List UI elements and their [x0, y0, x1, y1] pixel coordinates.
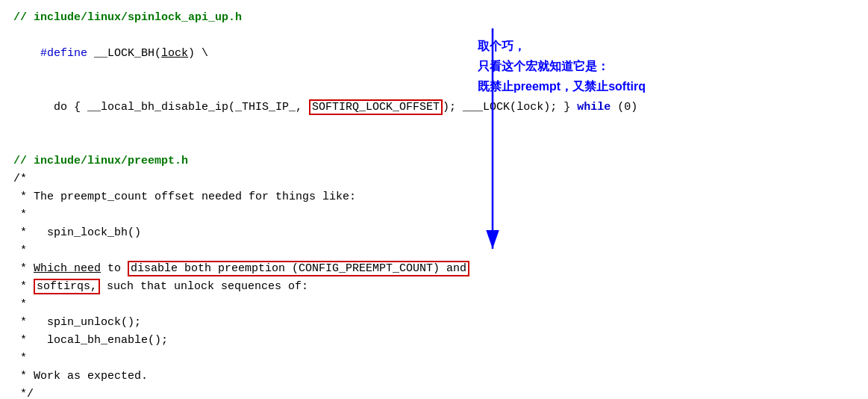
comment-11: * Work as expected. [13, 368, 855, 386]
comment-7: * [13, 296, 855, 314]
softirqs-highlight: softirqs, [34, 279, 100, 294]
comment-close: */ [13, 386, 855, 399]
blank1 [13, 134, 855, 152]
comment-open: /* [13, 170, 855, 188]
header2-line: // include/linux/preempt.h [13, 152, 855, 170]
define-rest: ) \ [188, 47, 208, 60]
comment-9: * local_bh_enable(); [13, 332, 855, 350]
comment-6: * softirqs, such that unlock sequences o… [13, 278, 855, 296]
do-end: ); ___LOCK(lock); } [443, 101, 577, 114]
annotation-box: 取个巧， 只看这个宏就知道它是： 既禁止preempt，又禁止softirq [478, 36, 646, 97]
lock-param: lock [161, 47, 188, 60]
softirq-highlight: SOFTIRQ_LOCK_OFFSET [309, 99, 443, 115]
comment-5: * Which need to disable both preemption … [13, 260, 855, 278]
define1-line: #define __LOCK_BH(lock) \ [13, 27, 855, 81]
comment-2: * [13, 206, 855, 224]
comment-3: * spin_lock_bh() [13, 224, 855, 242]
while-keyword: while [577, 101, 611, 114]
do-line: do { __local_bh_disable_ip(_THIS_IP_, SO… [13, 81, 855, 134]
code-area: // include/linux/spinlock_api_up.h #defi… [0, 0, 868, 399]
annotation-line2: 只看这个宏就知道它是： [478, 56, 646, 76]
comment-8: * spin_unlock(); [13, 314, 855, 332]
comment-4: * [13, 242, 855, 260]
disable-highlight: disable both preemption (CONFIG_PREEMPT_… [128, 261, 469, 276]
header1-line: // include/linux/spinlock_api_up.h [13, 9, 855, 27]
define-name: __LOCK_BH( [87, 47, 161, 60]
annotation-line3: 既禁止preempt，又禁止softirq [478, 76, 646, 96]
comment-1: * The preempt_count offset needed for th… [13, 188, 855, 206]
define-keyword: #define [40, 47, 87, 60]
do-text: do { __local_bh_disable_ip(_THIS_IP_, [40, 101, 309, 114]
comment-10: * [13, 350, 855, 368]
annotation-line1: 取个巧， [478, 36, 646, 56]
while-end: (0) [611, 101, 637, 114]
